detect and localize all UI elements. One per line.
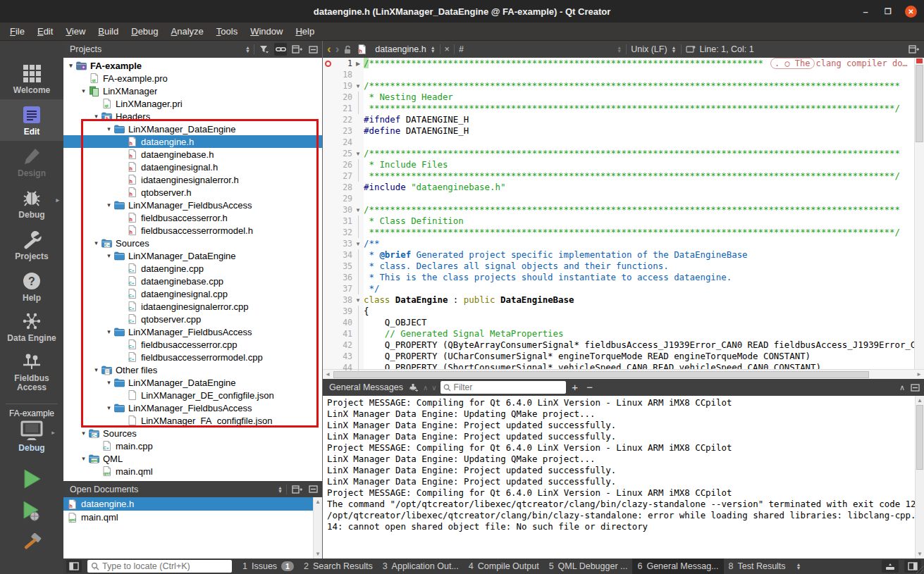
run-button[interactable] bbox=[22, 468, 42, 489]
editor-vertical-scrollbar[interactable] bbox=[914, 58, 924, 369]
filter-box[interactable] bbox=[441, 381, 566, 394]
tree-item-fieldbusaccesserror-cpp[interactable]: C+fieldbusaccesserror.cpp bbox=[63, 338, 322, 351]
tree-item-linxmanager-dataengine[interactable]: ▾LinXManager_DataEngine bbox=[63, 376, 322, 389]
mode-help[interactable]: ?Help bbox=[0, 266, 63, 307]
fold-marker[interactable]: ▼ bbox=[352, 204, 364, 216]
editor-horizontal-scrollbar[interactable]: ◄ ► bbox=[323, 369, 924, 379]
tree-item-idataenginesignalerror-cpp[interactable]: C+idataenginesignalerror.cpp bbox=[63, 300, 322, 313]
fold-marker[interactable]: ▶ bbox=[352, 58, 364, 69]
code-line-18[interactable] bbox=[364, 69, 914, 80]
open-doc-main-qml[interactable]: qmlmain.qml bbox=[63, 511, 322, 524]
tree-item-qtobserver-h[interactable]: hqtobserver.h bbox=[63, 186, 322, 199]
tree-item-linxmanager-fa-configfile-json[interactable]: LinXManager_FA_configfile.json bbox=[63, 414, 322, 427]
locator[interactable] bbox=[87, 560, 232, 573]
output-tab-compile-output[interactable]: 4Compile Output bbox=[464, 559, 544, 574]
code-line-34[interactable]: * @brief Generated project specific impl… bbox=[364, 249, 914, 261]
symbol-context[interactable]: # bbox=[459, 44, 464, 54]
next-item-icon[interactable]: ∨ bbox=[431, 384, 436, 392]
code-line-22[interactable]: #ifndef DATAENGINE_H bbox=[364, 114, 914, 125]
scroll-right-icon[interactable]: ► bbox=[914, 371, 924, 378]
code-line-33[interactable]: /** bbox=[364, 238, 914, 249]
expander-icon[interactable]: ▾ bbox=[79, 87, 88, 94]
code-line-36[interactable]: * This is the class projects should inst… bbox=[364, 272, 914, 283]
close-pane-icon[interactable] bbox=[307, 43, 319, 56]
menu-window[interactable]: Window bbox=[245, 24, 288, 39]
split-icon[interactable] bbox=[290, 483, 303, 496]
scroll-down-icon[interactable]: ▼ bbox=[315, 551, 321, 557]
expander-icon[interactable]: ▾ bbox=[92, 113, 101, 120]
menu-edit[interactable]: Edit bbox=[32, 24, 58, 39]
scroll-up-icon[interactable]: ▲ bbox=[315, 499, 321, 505]
zoom-in-icon[interactable]: + bbox=[569, 383, 581, 392]
prev-item-icon[interactable]: ∧ bbox=[423, 384, 428, 392]
maximize-pane-icon[interactable]: ∧ bbox=[899, 383, 905, 392]
code-line-26[interactable]: * Include Files bbox=[364, 159, 914, 170]
maximize-output-icon[interactable] bbox=[882, 560, 899, 573]
symbol-dropdown-icon[interactable]: ▲▼ bbox=[617, 46, 622, 53]
close-pane-icon[interactable] bbox=[307, 483, 319, 496]
tree-item-linxmanager-fieldbusaccess[interactable]: ▾LinXManager_FieldbusAccess bbox=[63, 401, 322, 414]
code-line-40[interactable]: Q_OBJECT bbox=[364, 317, 914, 328]
tree-item-headers[interactable]: ▾hHeaders bbox=[63, 110, 322, 123]
document-dropdown-icon[interactable]: ▲▼ bbox=[431, 46, 436, 53]
expander-icon[interactable]: ▾ bbox=[79, 455, 88, 462]
output-tab-search-results[interactable]: 2Search Results bbox=[299, 559, 378, 574]
expander-icon[interactable]: ▾ bbox=[92, 366, 101, 373]
tree-item-linxmanager-dataengine[interactable]: ▾LinXManager_DataEngine bbox=[63, 249, 322, 262]
tree-item-dataengine-cpp[interactable]: C+dataengine.cpp bbox=[63, 262, 322, 275]
expander-icon[interactable]: ▾ bbox=[104, 125, 113, 132]
code-line-41[interactable]: // Generated Signal MetaProperties bbox=[364, 328, 914, 339]
output-tab-test-results[interactable]: 8Test Results bbox=[724, 559, 791, 574]
code-line-29[interactable] bbox=[364, 193, 914, 204]
tree-item-fa-example-pro[interactable]: qtFA-example.pro bbox=[63, 72, 322, 85]
output-tab-qml-debugger-[interactable]: 5QML Debugger ... bbox=[544, 559, 633, 574]
menu-debug[interactable]: Debug bbox=[125, 24, 164, 39]
expander-icon[interactable]: ▾ bbox=[104, 379, 113, 386]
code-line-30[interactable]: /***************************************… bbox=[364, 204, 914, 216]
build-button[interactable] bbox=[21, 533, 42, 554]
tree-item-dataenginesignal-cpp[interactable]: C+dataenginesignal.cpp bbox=[63, 287, 322, 300]
expander-icon[interactable]: ▾ bbox=[92, 239, 101, 247]
split-icon[interactable] bbox=[290, 43, 303, 56]
tree-item-other-files[interactable]: ▾Other files bbox=[63, 363, 322, 376]
split-editor-icon[interactable] bbox=[907, 43, 920, 56]
maximize-button[interactable]: ❐ bbox=[882, 7, 894, 16]
fold-marker[interactable]: ▼ bbox=[352, 148, 364, 159]
menu-tools[interactable]: Tools bbox=[211, 24, 243, 39]
pane-select-icon[interactable]: ▲▼ bbox=[245, 46, 250, 53]
menu-build[interactable]: Build bbox=[92, 24, 124, 39]
resize-grip[interactable] bbox=[913, 563, 923, 573]
tree-item-fieldbusaccesserror-h[interactable]: hfieldbusaccesserror.h bbox=[63, 211, 322, 224]
mode-projects[interactable]: Projects bbox=[0, 224, 63, 266]
fold-marker[interactable]: ▼ bbox=[352, 80, 364, 92]
tree-item-linxmanager[interactable]: ▾LinXManager bbox=[63, 85, 322, 97]
zoom-out-icon[interactable]: − bbox=[584, 383, 596, 392]
tree-item-main-qml[interactable]: qmlmain.qml bbox=[63, 465, 322, 478]
tree-item-linxmanager-fieldbusaccess[interactable]: ▾LinXManager_FieldbusAccess bbox=[63, 199, 322, 211]
kit-flyout-arrow[interactable]: ▸ bbox=[51, 429, 55, 436]
expander-icon[interactable]: ▾ bbox=[66, 62, 75, 69]
pane-select-icon[interactable]: ▲▼ bbox=[278, 486, 283, 493]
menu-help[interactable]: Help bbox=[290, 24, 320, 39]
output-scrollbar[interactable]: ▲ ▼ bbox=[915, 396, 924, 559]
code-line-39[interactable]: { bbox=[364, 306, 914, 317]
menu-file[interactable]: File bbox=[4, 24, 30, 39]
tree-item-fieldbusaccesserrormodel-cpp[interactable]: C+fieldbusaccesserrormodel.cpp bbox=[63, 351, 322, 363]
line-ending-dropdown-icon[interactable]: ▲▼ bbox=[672, 46, 677, 53]
editor-text[interactable]: /***************************************… bbox=[364, 58, 914, 369]
tree-item-fieldbusaccesserrormodel-h[interactable]: hfieldbusaccesserrormodel.h bbox=[63, 224, 322, 237]
tree-item-sources[interactable]: ▾C+Sources bbox=[63, 237, 322, 249]
tree-item-main-cpp[interactable]: C+main.cpp bbox=[63, 439, 322, 452]
filter-input[interactable] bbox=[454, 382, 563, 392]
expander-icon[interactable]: ▾ bbox=[104, 328, 113, 335]
line-ending-select[interactable]: Unix (LF) bbox=[631, 44, 667, 54]
expander-icon[interactable]: ▾ bbox=[104, 252, 113, 259]
clang-annotation[interactable]: . ○ Theclang compiler do… bbox=[770, 58, 908, 69]
code-line-23[interactable]: #define DATAENGINE_H bbox=[364, 125, 914, 137]
debug-run-button[interactable] bbox=[21, 501, 42, 522]
back-icon[interactable]: ‹ bbox=[327, 44, 331, 54]
code-line-31[interactable]: * Class Definition bbox=[364, 216, 914, 227]
code-line-21[interactable]: ****************************************… bbox=[364, 103, 914, 114]
expander-icon[interactable]: ▾ bbox=[104, 404, 113, 411]
tree-item-linxmanager-dataengine[interactable]: ▾LinXManager_DataEngine bbox=[63, 123, 322, 135]
